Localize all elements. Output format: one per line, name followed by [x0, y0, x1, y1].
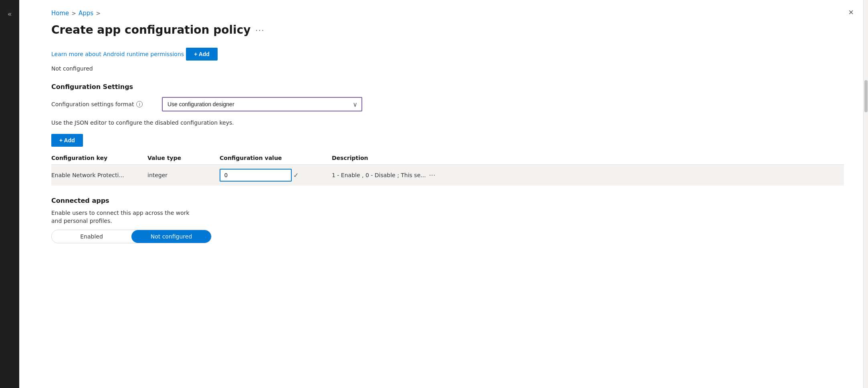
col-desc: Description	[332, 155, 844, 161]
config-value-input[interactable]	[220, 169, 292, 182]
col-value: Configuration value	[220, 155, 332, 161]
format-label: Configuration settings format i	[51, 101, 155, 107]
connected-apps-section: Connected apps Enable users to connect t…	[51, 197, 844, 243]
panel: Home > Apps > Create app configuration p…	[19, 0, 863, 388]
scrollbar-thumb[interactable]	[864, 80, 868, 112]
table-header: Configuration key Value type Configurati…	[51, 152, 844, 165]
json-hint: Use the JSON editor to configure the dis…	[51, 119, 844, 126]
page-title: Create app configuration policy	[51, 23, 251, 36]
connected-apps-desc: Enable users to connect this app across …	[51, 209, 196, 225]
format-info-icon[interactable]: i	[136, 101, 143, 107]
config-settings-title: Configuration Settings	[51, 83, 844, 91]
row-ellipsis-button[interactable]: ···	[429, 172, 436, 179]
row-value-cell: ✓	[220, 169, 332, 182]
row-key: Enable Network Protecti...	[51, 172, 147, 178]
not-configured-label: Not configured	[51, 65, 844, 72]
sidebar: «	[0, 0, 19, 388]
close-button[interactable]: ×	[848, 8, 854, 17]
col-type: Value type	[147, 155, 220, 161]
toggle-not-configured[interactable]: Not configured	[131, 230, 211, 243]
main-content: Home > Apps > Create app configuration p…	[19, 0, 863, 388]
breadcrumb-home[interactable]: Home	[51, 10, 69, 17]
breadcrumb-sep2: >	[96, 10, 101, 16]
breadcrumb: Home > Apps >	[51, 10, 844, 17]
col-key: Configuration key	[51, 155, 147, 161]
page-title-row: Create app configuration policy ···	[51, 23, 844, 36]
scrollbar[interactable]	[863, 0, 868, 388]
config-table: Configuration key Value type Configurati…	[51, 152, 844, 186]
row-description-cell: 1 - Enable , 0 - Disable ; This se... ··…	[332, 172, 844, 179]
toggle-enabled[interactable]: Enabled	[52, 230, 131, 243]
add-button-1[interactable]: + Add	[186, 48, 218, 61]
table-row: Enable Network Protecti... integer ✓ 1 -…	[51, 165, 844, 186]
more-options-button[interactable]: ···	[256, 25, 265, 34]
breadcrumb-sep1: >	[71, 10, 76, 16]
row-description: 1 - Enable , 0 - Disable ; This se...	[332, 172, 426, 178]
collapse-icon[interactable]: «	[0, 6, 19, 21]
check-icon[interactable]: ✓	[293, 172, 299, 179]
breadcrumb-apps[interactable]: Apps	[79, 10, 93, 17]
format-select[interactable]: Use configuration designer Enter JSON da…	[162, 97, 362, 111]
toggle-group[interactable]: Enabled Not configured	[51, 230, 212, 243]
row-type: integer	[147, 172, 220, 178]
add-button-2[interactable]: + Add	[51, 134, 83, 147]
format-select-wrapper: Use configuration designer Enter JSON da…	[162, 97, 362, 111]
format-row: Configuration settings format i Use conf…	[51, 97, 844, 111]
learn-link[interactable]: Learn more about Android runtime permiss…	[51, 51, 184, 57]
connected-apps-title: Connected apps	[51, 197, 844, 204]
